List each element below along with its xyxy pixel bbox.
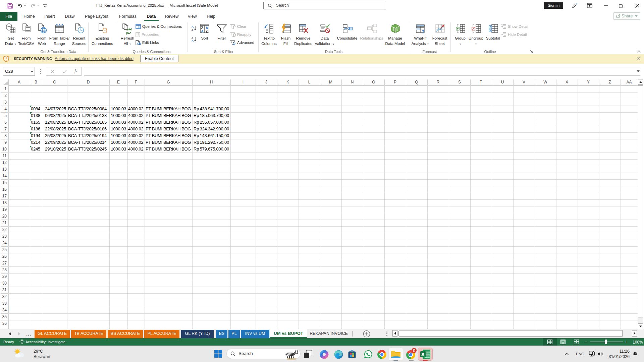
svg-text:A: A xyxy=(201,29,204,33)
svg-text:Z: Z xyxy=(206,29,208,33)
svg-text:z: z xyxy=(635,352,637,354)
svg-text:?: ? xyxy=(422,29,425,34)
svg-text:Z: Z xyxy=(192,28,193,31)
svg-text:A: A xyxy=(192,39,194,42)
